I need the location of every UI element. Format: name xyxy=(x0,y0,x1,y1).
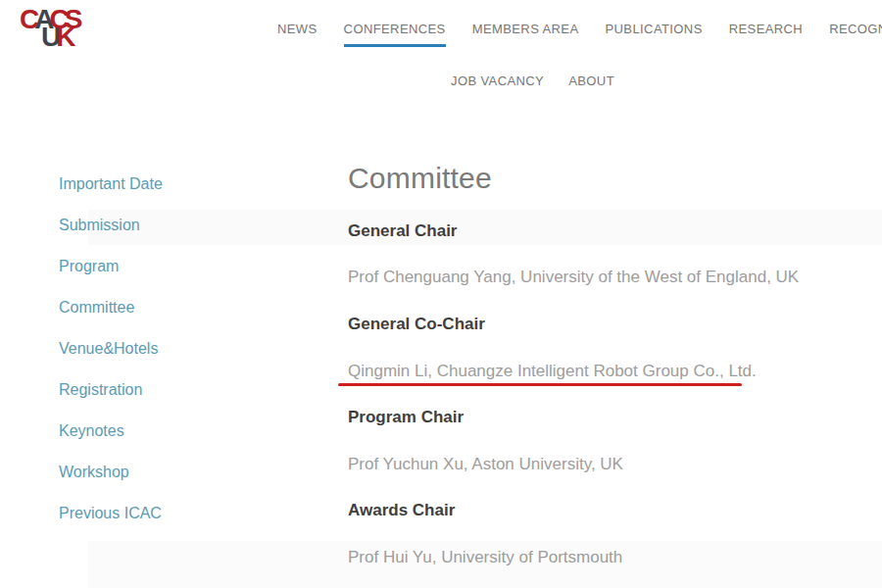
page: CACS UK NEWS CONFERENCES MEMBERS AREA PU… xyxy=(0,0,882,588)
sidebar-item-keynotes[interactable]: Keynotes xyxy=(59,421,163,441)
nav-item-job-vacancy[interactable]: JOB VACANCY xyxy=(451,74,544,96)
committee-member: Prof Yuchun Xu, Aston University, UK xyxy=(348,455,623,474)
red-annotation-underline xyxy=(338,383,742,386)
sidebar-item-previous-icac[interactable]: Previous ICAC xyxy=(59,504,163,523)
committee-role: General Chair xyxy=(348,221,458,241)
committee-member: Prof Hui Yu, University of Portsmouth xyxy=(348,548,622,567)
nav-item-about[interactable]: ABOUT xyxy=(568,74,614,96)
committee-role: General Co-Chair xyxy=(348,315,485,334)
sidebar-item-workshop[interactable]: Workshop xyxy=(59,463,163,482)
committee-role: Program Chair xyxy=(348,408,464,427)
sidebar-item-registration[interactable]: Registration xyxy=(59,380,163,400)
committee-member: Prof Chenguang Yang, University of the W… xyxy=(348,268,799,287)
nav-item-conferences[interactable]: CONFERENCES xyxy=(344,22,446,47)
cacs-uk-logo[interactable]: CACS UK xyxy=(20,8,77,49)
main-nav-row2: JOB VACANCY ABOUT xyxy=(451,74,614,96)
nav-item-recognitions[interactable]: RECOGNITIONS xyxy=(829,22,882,47)
nav-item-news[interactable]: NEWS xyxy=(277,22,318,47)
sidebar-item-program[interactable]: Program xyxy=(59,257,163,276)
sidebar-item-important-date[interactable]: Important Date xyxy=(59,174,163,194)
conference-sidebar: Important Date Submission Program Commit… xyxy=(59,174,163,523)
sidebar-item-venue-hotels[interactable]: Venue&Hotels xyxy=(59,339,163,359)
sidebar-item-submission[interactable]: Submission xyxy=(59,216,163,235)
page-title: Committee xyxy=(348,162,492,195)
committee-member: Qingmin Li, Chuangze Intelligent Robot G… xyxy=(348,362,757,381)
nav-item-research[interactable]: RESEARCH xyxy=(729,22,803,47)
row-stripe-top xyxy=(88,210,882,245)
main-nav: NEWS CONFERENCES MEMBERS AREA PUBLICATIO… xyxy=(277,22,882,47)
nav-item-publications[interactable]: PUBLICATIONS xyxy=(606,22,703,47)
sidebar-item-committee[interactable]: Committee xyxy=(59,298,163,318)
committee-role: Awards Chair xyxy=(348,501,455,520)
nav-item-members-area[interactable]: MEMBERS AREA xyxy=(472,22,579,47)
